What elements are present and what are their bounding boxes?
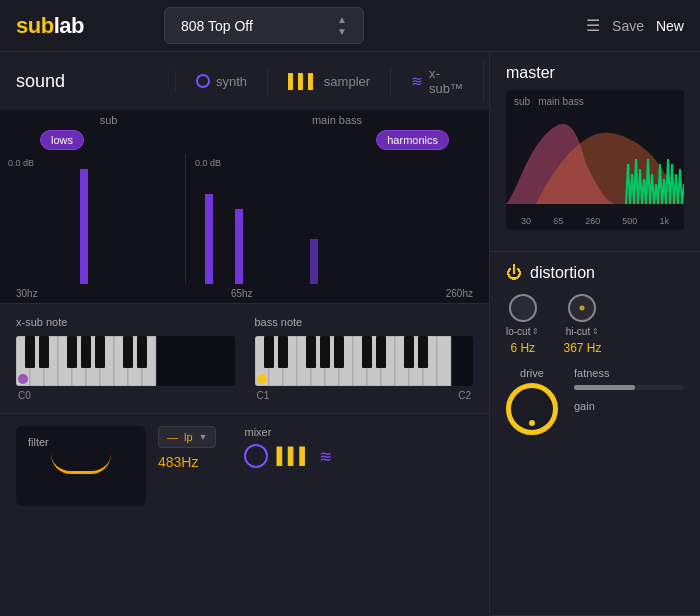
fatness-fill bbox=[574, 385, 635, 390]
distortion-cuts: lo-cut ⇕ 6 Hz hi-cut ⇕ 367 Hz bbox=[506, 294, 684, 355]
master-freq-30: 30 bbox=[521, 216, 531, 226]
fatness-block: fatness gain bbox=[574, 367, 684, 412]
xsub-piano[interactable] bbox=[16, 336, 235, 386]
svg-rect-0 bbox=[80, 169, 88, 284]
tab-sampler[interactable]: ▌▌▌ sampler bbox=[268, 67, 391, 95]
xsub-note-names: C0 bbox=[16, 390, 235, 401]
bass-note-names: C1 C2 bbox=[255, 390, 474, 401]
svg-rect-43 bbox=[404, 336, 414, 368]
xsub-note-block: x-sub note bbox=[16, 316, 235, 401]
svg-rect-44 bbox=[418, 336, 428, 368]
master-chart: sub main bass 30 65 260 500 bbox=[506, 90, 684, 230]
svg-rect-35 bbox=[437, 336, 451, 386]
hi-cut-knob-dot bbox=[580, 306, 585, 311]
drive-label: drive bbox=[520, 367, 544, 379]
eq-section-labels: sub main bass bbox=[0, 110, 489, 126]
piano-svg-bass bbox=[255, 336, 474, 386]
save-button[interactable]: Save bbox=[612, 18, 644, 34]
harmonics-pill[interactable]: harmonics bbox=[376, 130, 449, 150]
hi-cut-knob[interactable] bbox=[568, 294, 596, 322]
hi-cut-value: 367 Hz bbox=[563, 341, 601, 355]
fatness-bar[interactable] bbox=[574, 385, 684, 390]
tab-synth-label: synth bbox=[216, 74, 247, 89]
mixer-sampler-icon[interactable]: ▌▌▌ bbox=[276, 447, 310, 465]
eq-pills-row: lows harmonics bbox=[0, 126, 489, 154]
main-layout: sound synth ▌▌▌ sampler ≋ x-sub™ bbox=[0, 52, 700, 616]
filter-type-arrow: ▼ bbox=[199, 432, 208, 442]
svg-rect-17 bbox=[81, 336, 91, 368]
filter-curve bbox=[51, 454, 111, 474]
svg-rect-18 bbox=[95, 336, 105, 368]
svg-point-45 bbox=[257, 374, 267, 384]
filter-type-line: — bbox=[167, 431, 178, 443]
freq-30: 30hz bbox=[16, 288, 38, 299]
preset-selector[interactable]: 808 Top Off ▲▼ bbox=[164, 7, 364, 44]
lo-cut-arrows: ⇕ bbox=[532, 327, 539, 336]
svg-rect-19 bbox=[123, 336, 133, 368]
eq-svg bbox=[0, 154, 490, 284]
bass-note-c2: C2 bbox=[458, 390, 471, 401]
bass-piano[interactable] bbox=[255, 336, 474, 386]
master-freq-1k: 1k bbox=[659, 216, 669, 226]
new-button[interactable]: New bbox=[656, 18, 684, 34]
tab-xsub-label: x-sub™ bbox=[429, 66, 463, 96]
lows-pill[interactable]: lows bbox=[40, 130, 84, 150]
sound-header: sound synth ▌▌▌ sampler ≋ x-sub™ bbox=[0, 52, 489, 110]
svg-rect-36 bbox=[264, 336, 274, 368]
left-panel: sound synth ▌▌▌ sampler ≋ x-sub™ bbox=[0, 52, 490, 616]
drive-knob[interactable] bbox=[506, 383, 558, 435]
menu-icon[interactable]: ☰ bbox=[586, 16, 600, 35]
lo-cut-block: lo-cut ⇕ 6 Hz bbox=[506, 294, 539, 355]
right-panel: master sub main bass 30 bbox=[490, 52, 700, 616]
mixer-controls: ▌▌▌ ≋ bbox=[244, 444, 331, 468]
tab-xsub[interactable]: ≋ x-sub™ bbox=[391, 60, 484, 102]
eq-mainbass-label: main bass bbox=[201, 114, 473, 126]
filter-type-selector[interactable]: — lp ▼ bbox=[158, 426, 216, 448]
mixer-label: mixer bbox=[244, 426, 331, 438]
tab-bar: synth ▌▌▌ sampler ≋ x-sub™ bbox=[176, 60, 484, 102]
fatness-label: fatness bbox=[574, 367, 684, 379]
hi-cut-block: hi-cut ⇕ 367 Hz bbox=[563, 294, 601, 355]
bass-note-c1: C1 bbox=[257, 390, 270, 401]
gain-label: gain bbox=[574, 400, 684, 412]
logo-lab: lab bbox=[54, 13, 84, 38]
distortion-title: distortion bbox=[530, 264, 595, 282]
xsub-icon: ≋ bbox=[411, 73, 423, 89]
power-icon[interactable]: ⏻ bbox=[506, 264, 522, 282]
svg-rect-15 bbox=[39, 336, 49, 368]
drive-knob-dot bbox=[529, 420, 535, 426]
tab-synth[interactable]: synth bbox=[176, 68, 268, 95]
sampler-icon: ▌▌▌ bbox=[288, 73, 318, 89]
master-freq-65: 65 bbox=[553, 216, 563, 226]
svg-rect-42 bbox=[376, 336, 386, 368]
freq-260: 260hz bbox=[446, 288, 473, 299]
svg-rect-2 bbox=[235, 209, 243, 284]
sound-title: sound bbox=[16, 71, 176, 92]
svg-rect-41 bbox=[362, 336, 372, 368]
bottom-row: filter — lp ▼ 483Hz mixer ▌▌▌ ≋ bbox=[0, 414, 489, 616]
lo-cut-knob[interactable] bbox=[509, 294, 537, 322]
eq-freq-labels: 30hz 65hz 260hz bbox=[0, 284, 489, 303]
synth-icon bbox=[196, 74, 210, 88]
master-section: master sub main bass 30 bbox=[490, 52, 700, 252]
master-freq-labels: 30 65 260 500 1k bbox=[506, 216, 684, 226]
lo-cut-value: 6 Hz bbox=[510, 341, 535, 355]
piano-svg-xsub bbox=[16, 336, 235, 386]
svg-rect-40 bbox=[334, 336, 344, 368]
mixer-xsub-icon[interactable]: ≋ bbox=[319, 447, 332, 466]
master-title: master bbox=[506, 64, 684, 82]
xsub-note-label: x-sub note bbox=[16, 316, 235, 328]
hi-cut-label: hi-cut ⇕ bbox=[566, 326, 599, 337]
svg-rect-39 bbox=[320, 336, 330, 368]
filter-type-label: lp bbox=[184, 431, 193, 443]
mixer-synth-icon[interactable] bbox=[244, 444, 268, 468]
sound-section: sound synth ▌▌▌ sampler ≋ x-sub™ bbox=[0, 52, 489, 304]
svg-rect-1 bbox=[205, 194, 213, 284]
drive-fatness-row: drive fatness gain bbox=[506, 367, 684, 435]
svg-point-21 bbox=[18, 374, 28, 384]
distortion-header: ⏻ distortion bbox=[506, 264, 684, 282]
svg-rect-3 bbox=[310, 239, 318, 284]
notes-section: x-sub note bbox=[0, 304, 489, 414]
filter-controls: — lp ▼ 483Hz bbox=[158, 426, 216, 470]
mixer-block: mixer ▌▌▌ ≋ bbox=[244, 426, 331, 468]
